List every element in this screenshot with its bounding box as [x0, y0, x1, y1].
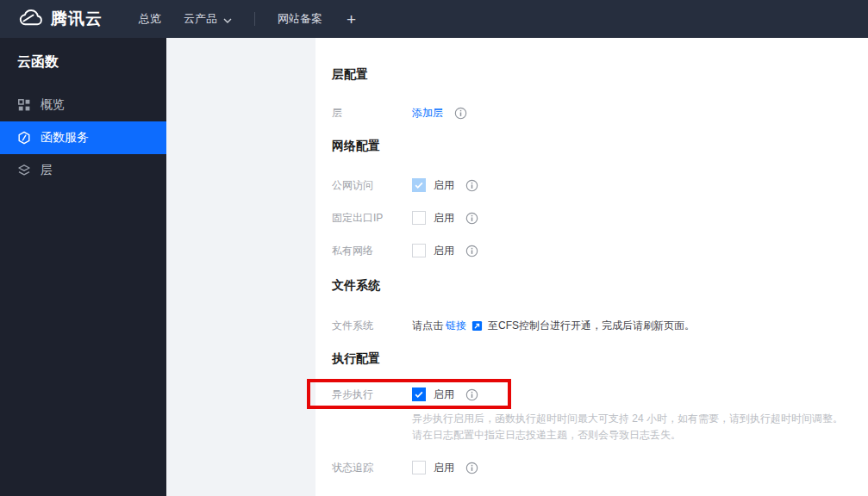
sidebar-item-overview[interactable]: 概览 — [0, 89, 166, 121]
fixed-ip-checkbox[interactable] — [412, 211, 426, 225]
info-icon[interactable] — [465, 388, 478, 401]
info-icon[interactable] — [465, 179, 478, 192]
sidebar-item-label: 函数服务 — [41, 130, 89, 146]
vpc-row: 私有网络 启用 — [332, 242, 478, 259]
brand-name: 腾讯云 — [51, 8, 103, 30]
async-execution-checkbox[interactable] — [412, 388, 426, 401]
sidebar-menu: 概览 函数服务 层 — [0, 89, 166, 187]
add-tab-button[interactable]: + — [347, 11, 356, 28]
tencent-cloud-logo-icon — [19, 9, 42, 30]
filesystem-row: 文件系统 请点击链接 至CFS控制台进行开通，完成后请刷新页面。 — [332, 317, 695, 334]
content-gutter — [166, 38, 315, 496]
nav-cloud-products[interactable]: 云产品 — [184, 11, 232, 27]
public-network-label: 公网访问 — [332, 178, 412, 193]
fixed-ip-row: 固定出口IP 启用 — [332, 209, 478, 226]
info-icon[interactable] — [454, 107, 467, 120]
enable-label: 启用 — [434, 388, 454, 402]
layers-icon — [17, 164, 31, 177]
async-description-line2: 请在日志配置中指定日志投递主题，否则会导致日志丢失。 — [412, 427, 865, 443]
sidebar: 云函数 概览 — [0, 38, 166, 496]
topbar-divider — [254, 12, 255, 26]
sidebar-title: 云函数 — [0, 38, 166, 71]
chevron-down-icon — [223, 13, 232, 26]
settings-panel: 层配置 层 添加层 网络配置 公网访问 启用 — [315, 38, 868, 496]
info-icon[interactable] — [465, 462, 478, 474]
layer-row: 层 添加层 — [332, 104, 467, 121]
async-description-line1: 异步执行启用后，函数执行超时时间最大可支持 24 小时，如有需要，请到执行超时时… — [412, 411, 865, 427]
fixed-ip-label: 固定出口IP — [332, 211, 412, 226]
sidebar-item-layers[interactable]: 层 — [0, 154, 166, 187]
nav-overview[interactable]: 总览 — [139, 11, 161, 27]
vpc-label: 私有网络 — [332, 244, 412, 258]
vpc-checkbox[interactable] — [412, 244, 426, 257]
sidebar-item-label: 层 — [41, 163, 53, 178]
grid-icon — [17, 98, 31, 112]
section-heading-execution-config: 执行配置 — [332, 351, 380, 367]
section-heading-layer-config: 层配置 — [332, 67, 368, 83]
function-icon — [17, 131, 31, 145]
enable-label: 启用 — [434, 178, 454, 193]
section-heading-filesystem: 文件系统 — [332, 278, 380, 294]
external-link-icon[interactable] — [471, 320, 483, 332]
filesystem-text-after: 至CFS控制台进行开通，完成后请刷新页面。 — [488, 319, 695, 333]
nav-cloud-products-label: 云产品 — [184, 11, 217, 27]
enable-label: 启用 — [434, 461, 454, 475]
status-trace-checkbox[interactable] — [412, 461, 426, 474]
status-trace-row: 状态追踪 启用 — [332, 459, 478, 476]
section-heading-network-config: 网络配置 — [332, 139, 380, 154]
sidebar-item-function-service[interactable]: 函数服务 — [0, 121, 166, 154]
sidebar-item-label: 概览 — [41, 97, 65, 113]
nav-icp-filing[interactable]: 网站备案 — [278, 11, 322, 27]
info-icon[interactable] — [465, 212, 478, 225]
add-layer-link[interactable]: 添加层 — [412, 106, 443, 121]
info-icon[interactable] — [465, 245, 478, 257]
brand[interactable]: 腾讯云 — [19, 8, 116, 30]
async-execution-label: 异步执行 — [332, 388, 412, 402]
public-network-checkbox — [412, 178, 426, 192]
async-execution-row: 异步执行 启用 — [332, 386, 478, 403]
status-trace-label: 状态追踪 — [332, 461, 412, 475]
layer-row-label: 层 — [332, 106, 412, 121]
cfs-console-link[interactable]: 链接 — [446, 319, 466, 333]
enable-label: 启用 — [434, 211, 454, 226]
page: 腾讯云 总览 云产品 网站备案 + 云函数 — [0, 0, 868, 496]
filesystem-text-before: 请点击 — [412, 319, 443, 333]
topbar: 腾讯云 总览 云产品 网站备案 + — [0, 0, 868, 38]
enable-label: 启用 — [434, 244, 454, 258]
public-network-row: 公网访问 启用 — [332, 177, 478, 194]
async-execution-description: 异步执行启用后，函数执行超时时间最大可支持 24 小时，如有需要，请到执行超时时… — [412, 411, 865, 443]
filesystem-label: 文件系统 — [332, 319, 412, 333]
